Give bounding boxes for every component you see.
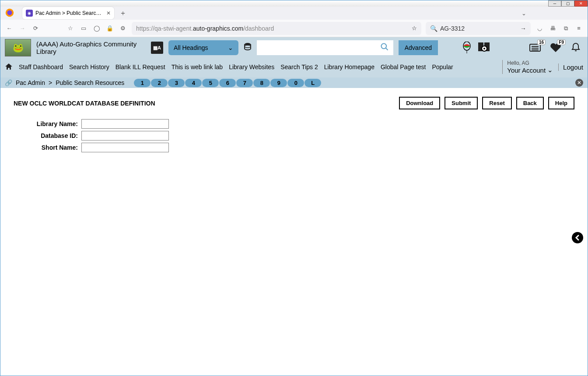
bell-icon[interactable] (568, 41, 583, 54)
main-search-input[interactable] (261, 44, 380, 51)
breadcrumb-bar: 🔗 Pac Admin > Public Search Resources 1 … (0, 77, 588, 88)
nav-link[interactable]: Popular (432, 63, 453, 70)
permissions-icon[interactable]: ⚙ (119, 24, 127, 33)
quick-pill[interactable]: 3 (168, 79, 185, 87)
svg-line-5 (385, 48, 388, 50)
svg-point-11 (483, 48, 485, 49)
os-titlebar: ─ ▢ ✕ (0, 0, 588, 7)
nav-link[interactable]: Search Tips 2 (280, 63, 318, 70)
quick-pill[interactable]: 9 (270, 79, 287, 87)
side-panel-toggle[interactable] (572, 232, 583, 243)
nav-link[interactable]: This is web link lab (172, 63, 223, 70)
nav-link[interactable]: Global Page test (381, 63, 426, 70)
chevron-down-icon: ⌄ (547, 66, 553, 74)
content-area: NEW OCLC WORLDCAT DATABASE DEFINITION Do… (0, 88, 588, 376)
browser-search-value: AG-3312 (440, 25, 465, 32)
nav-link[interactable]: Search History (69, 63, 109, 70)
search-go-icon[interactable]: → (520, 25, 526, 32)
advanced-label: Advanced (405, 44, 432, 51)
nav-link[interactable]: Library Websites (229, 63, 274, 70)
quick-pill[interactable]: 2 (151, 79, 168, 87)
link-icon: 🔗 (5, 79, 12, 86)
quick-pill[interactable]: 4 (185, 79, 202, 87)
quick-pill[interactable]: 8 (253, 79, 270, 87)
nav-link[interactable]: Staff Dashboard (19, 63, 63, 70)
quick-pill[interactable]: 5 (202, 79, 219, 87)
chevron-down-icon: ⌄ (228, 44, 233, 51)
main-nav: Staff Dashboard Search History Blank ILL… (0, 58, 588, 77)
shield-icon[interactable]: ◯ (92, 24, 101, 33)
quick-pill[interactable]: L (304, 79, 321, 87)
library-icon[interactable]: ▭ (79, 24, 88, 33)
search-icon: 🔍 (430, 25, 438, 32)
heart-icon[interactable]: F9 (548, 41, 563, 54)
firefox-icon (5, 8, 14, 19)
quick-pill[interactable]: 0 (287, 79, 304, 87)
reset-button[interactable]: Reset (482, 97, 511, 109)
nav-back-button[interactable]: ← (5, 24, 14, 33)
help-button[interactable]: Help (548, 97, 574, 109)
language-icon[interactable]: ▦A (151, 42, 163, 54)
page-title: NEW OCLC WORLDCAT DATABASE DEFINITION (14, 100, 155, 107)
short-name-label: Short Name: (14, 144, 81, 151)
tab-title: Pac Admin > Public Search Res (35, 10, 104, 16)
logout-label: Logout (563, 63, 583, 71)
heart-badge: F9 (557, 39, 566, 45)
back-button[interactable]: Back (516, 97, 544, 109)
tab-favicon-icon: ◉ (26, 10, 33, 17)
quick-pill[interactable]: 6 (219, 79, 236, 87)
list-icon[interactable]: 16 (528, 41, 543, 54)
library-name-input[interactable] (81, 119, 169, 129)
org-logo[interactable]: 🐸 (5, 39, 31, 56)
pocket-icon[interactable]: ◡ (535, 24, 544, 33)
lock-icon[interactable]: 🔒 (105, 24, 114, 33)
library-name-label: Library Name: (14, 120, 81, 127)
advanced-search-button[interactable]: Advanced (399, 40, 438, 55)
tab-close-icon[interactable]: ✕ (106, 10, 111, 16)
window-maximize-button[interactable]: ▢ (561, 0, 574, 7)
barcode-scan-icon[interactable] (477, 42, 491, 54)
svg-point-1 (7, 10, 12, 15)
tabs-overflow-button[interactable]: ⌄ (522, 10, 526, 17)
browser-tab[interactable]: ◉ Pac Admin > Public Search Res ✕ (22, 7, 114, 19)
window-close-button[interactable]: ✕ (574, 0, 588, 7)
hamburger-menu-icon[interactable]: ≡ (574, 24, 583, 33)
close-icon[interactable]: ✕ (575, 79, 583, 87)
nav-link[interactable]: Library Homepage (324, 63, 374, 70)
extensions-icon[interactable]: ⧉ (561, 24, 570, 33)
window-minimize-button[interactable]: ─ (548, 0, 561, 7)
database-id-input[interactable] (81, 131, 169, 141)
app-header: 🐸 (AAAA) Auto-Graphics Community Library… (0, 37, 588, 58)
nav-reload-button[interactable]: ⟳ (31, 24, 40, 33)
breadcrumb-item[interactable]: Public Search Resources (56, 79, 124, 86)
search-type-dropdown[interactable]: All Headings ⌄ (168, 40, 238, 55)
print-icon[interactable]: 🖶 (548, 24, 557, 33)
search-type-label: All Headings (174, 44, 208, 51)
main-search-box (257, 40, 393, 55)
svg-point-4 (381, 43, 386, 49)
submit-button[interactable]: Submit (444, 97, 478, 109)
balloon-icon[interactable] (462, 42, 472, 54)
browser-navbar: ← → ⟳ ☆ ▭ ◯ 🔒 ⚙ https://qa-stwi-agent.au… (0, 20, 588, 37)
account-label: Your Account (507, 67, 546, 74)
new-tab-button[interactable]: ＋ (117, 7, 129, 19)
short-name-input[interactable] (81, 143, 169, 152)
logout-link[interactable]: Logout (558, 63, 583, 71)
url-text: https://qa-stwi-agent.auto-graphics.com/… (136, 25, 274, 32)
database-icon[interactable] (244, 42, 252, 53)
nav-link[interactable]: Blank ILL Request (116, 63, 165, 70)
bookmark-page-icon[interactable]: ☆ (412, 25, 417, 32)
your-account-dropdown[interactable]: Your Account ⌄ (507, 66, 553, 74)
url-bar[interactable]: https://qa-stwi-agent.auto-graphics.com/… (132, 22, 421, 35)
quick-pill[interactable]: 1 (134, 79, 150, 87)
search-icon[interactable] (380, 42, 389, 53)
browser-search-box[interactable]: 🔍 AG-3312 → (426, 22, 531, 35)
database-id-label: Database ID: (14, 132, 81, 139)
list-badge: 16 (537, 39, 546, 45)
breadcrumb-item[interactable]: Pac Admin (16, 79, 45, 86)
download-button[interactable]: Download (399, 97, 440, 109)
quick-pill[interactable]: 7 (236, 79, 253, 87)
home-icon[interactable] (5, 63, 13, 71)
breadcrumb-separator: > (49, 79, 52, 86)
bookmark-star-icon[interactable]: ☆ (66, 24, 75, 33)
